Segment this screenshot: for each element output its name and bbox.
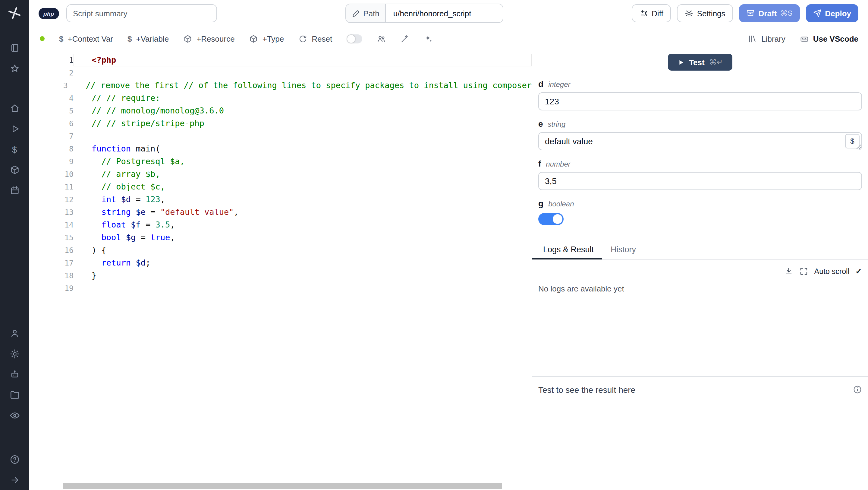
expand-icon[interactable]	[799, 267, 808, 276]
path-edit-button[interactable]: Path	[346, 4, 386, 22]
field-name: e	[538, 119, 543, 128]
code-line[interactable]: 15 bool $g = true,	[29, 231, 532, 244]
dollar-icon: $	[12, 145, 17, 153]
dollar-icon: $	[127, 34, 132, 43]
bot-icon	[9, 369, 20, 379]
app-window: $ php	[0, 0, 868, 490]
code-editor[interactable]: 1<?php23// remove the first // of the fo…	[29, 51, 532, 490]
code-line[interactable]: 13 string $e = "default value",	[29, 206, 532, 219]
variable-picker-button[interactable]: $	[845, 134, 860, 148]
format-code-button[interactable]	[400, 34, 409, 43]
rocket-icon	[813, 9, 821, 18]
sparkles-icon	[424, 34, 433, 43]
field-f-label: f number	[538, 159, 862, 168]
pencil-icon	[352, 9, 360, 17]
sidebar-item-variables[interactable]: $	[0, 139, 29, 159]
code-line[interactable]: 6// // stripe/stripe-php	[29, 117, 532, 130]
sidebar-item-audit[interactable]	[0, 405, 29, 426]
code-line[interactable]: 14 float $f = 3.5,	[29, 219, 532, 231]
code-line[interactable]: 11 // object $c,	[29, 180, 532, 193]
code-line[interactable]: 9 // Postgresql $a,	[29, 155, 532, 168]
test-button[interactable]: Test ⌘↵	[668, 54, 733, 70]
code-line[interactable]: 8function main(	[29, 142, 532, 155]
cube-icon	[9, 165, 20, 175]
code-line[interactable]: 16) {	[29, 244, 532, 256]
logs-empty-text: No logs are available yet	[538, 284, 862, 293]
reset-button[interactable]: Reset	[299, 34, 332, 43]
calendar-icon	[9, 185, 20, 195]
editor-toolbar: $ +Context Var $ +Variable +Resource +Ty…	[29, 27, 868, 51]
add-variable-button[interactable]: $ +Variable	[127, 34, 169, 43]
add-context-var-button[interactable]: $ +Context Var	[59, 34, 113, 43]
auto-scroll-label[interactable]: Auto scroll	[814, 267, 849, 276]
dollar-icon: $	[59, 34, 63, 43]
path-value[interactable]: u/henri/honored_script	[386, 4, 503, 22]
use-vscode-label: Use VScode	[813, 34, 858, 43]
field-type: string	[548, 120, 566, 128]
result-tabs: Logs & Result History	[532, 241, 868, 259]
gear-icon	[9, 348, 20, 359]
horizontal-scrollbar[interactable]	[63, 483, 502, 489]
code-line[interactable]: 18}	[29, 269, 532, 282]
field-type: integer	[548, 80, 570, 89]
add-resource-button[interactable]: +Resource	[183, 34, 235, 43]
library-shelf-icon	[748, 34, 757, 43]
result-area: Test to see the result here	[532, 376, 868, 490]
code-line[interactable]: 2	[29, 66, 532, 79]
library-button[interactable]: Library	[748, 34, 785, 43]
topbar: php Path u/henri/honored_script Diff	[29, 0, 868, 27]
code-line[interactable]: 1<?php	[29, 54, 532, 66]
sidebar-item-help[interactable]	[0, 449, 29, 469]
field-type: boolean	[548, 200, 574, 208]
add-type-label: +Type	[262, 34, 284, 43]
multiplayer-toggle[interactable]	[347, 34, 362, 43]
tab-logs-result[interactable]: Logs & Result	[532, 241, 602, 259]
field-f-input[interactable]	[538, 172, 862, 190]
tab-history[interactable]: History	[602, 241, 644, 259]
sidebar-item-folders[interactable]	[0, 384, 29, 405]
sidebar-item-settings[interactable]	[0, 343, 29, 364]
sidebar-item-runs[interactable]	[0, 118, 29, 139]
windmill-logo-icon	[7, 6, 22, 21]
deploy-button[interactable]: Deploy	[806, 4, 858, 22]
info-icon[interactable]	[853, 385, 862, 397]
star-icon	[9, 63, 20, 73]
use-vscode-button[interactable]: Use VScode	[800, 34, 858, 43]
sidebar-item-schedules[interactable]	[0, 180, 29, 200]
add-type-button[interactable]: +Type	[249, 34, 284, 43]
diff-button[interactable]: Diff	[632, 4, 671, 22]
test-button-label: Test	[689, 58, 705, 67]
code-line[interactable]: 12 int $d = 123,	[29, 193, 532, 206]
field-g-toggle[interactable]	[538, 213, 564, 225]
code-line[interactable]: 19	[29, 282, 532, 294]
field-e-input[interactable]	[538, 132, 862, 150]
settings-button[interactable]: Settings	[677, 4, 733, 22]
users-icon	[377, 34, 386, 43]
code-line[interactable]: 3// remove the first // of the following…	[29, 79, 532, 92]
home-icon	[9, 103, 20, 113]
download-icon[interactable]	[784, 267, 793, 276]
sidebar-item-docs[interactable]	[0, 37, 29, 58]
sidebar-item-user[interactable]	[0, 323, 29, 343]
code-line[interactable]: 7	[29, 130, 532, 142]
ai-assistant-button[interactable]	[424, 34, 433, 43]
sidebar-item-favorites[interactable]	[0, 58, 29, 79]
script-summary-input[interactable]	[66, 4, 217, 22]
code-line[interactable]: 5// // monolog/monolog@3.6.0	[29, 105, 532, 117]
diff-icon	[640, 9, 648, 18]
code-line[interactable]: 4// // require:	[29, 92, 532, 105]
reset-icon	[299, 34, 307, 43]
play-icon	[678, 59, 684, 65]
add-variable-label: +Variable	[136, 34, 169, 43]
sidebar-item-home[interactable]	[0, 98, 29, 118]
check-icon[interactable]: ✓	[855, 267, 862, 276]
field-d-input[interactable]	[538, 92, 862, 110]
sidebar-item-resources[interactable]	[0, 159, 29, 180]
sidebar-item-expand[interactable]	[0, 469, 29, 490]
multiplayer-users-button[interactable]	[377, 34, 386, 43]
sidebar-logo[interactable]	[0, 0, 29, 27]
code-line[interactable]: 10 // array $b,	[29, 168, 532, 180]
sidebar-item-workers[interactable]	[0, 364, 29, 384]
code-line[interactable]: 17 return $d;	[29, 256, 532, 269]
draft-button[interactable]: Draft ⌘S	[739, 4, 800, 22]
